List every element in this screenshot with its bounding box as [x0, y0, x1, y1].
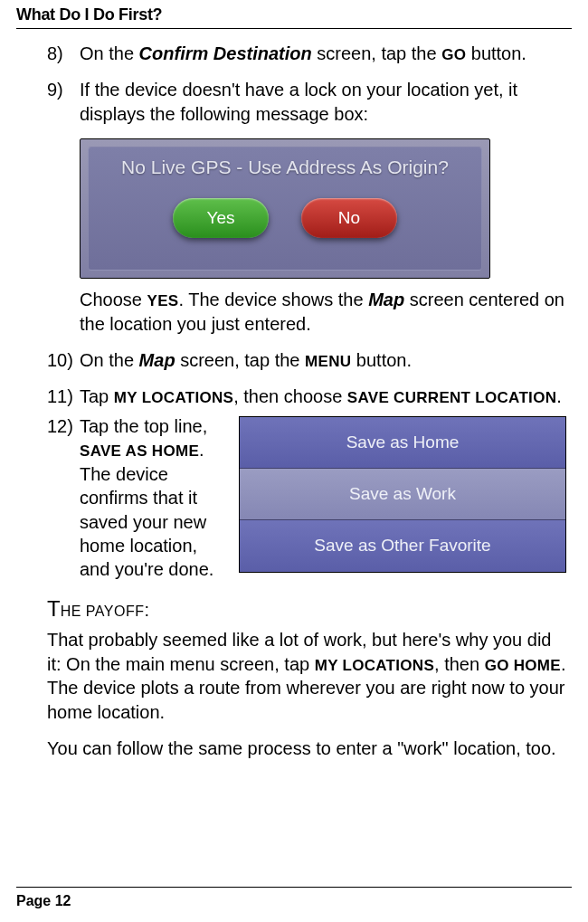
text: screen, tap the: [175, 350, 305, 370]
step-text: If the device doesn't have a lock on you…: [80, 78, 566, 126]
step-8: 8) On the Confirm Destination screen, ta…: [47, 42, 566, 65]
step-number: 10): [47, 348, 80, 372]
dialog-buttons: Yes No: [173, 198, 397, 238]
text: screen, tap the: [312, 43, 441, 63]
screen-name: Confirm Destination: [139, 43, 312, 63]
payoff-rest: HE PAYOFF: [61, 604, 145, 619]
step-number: 8): [47, 42, 80, 65]
button-label-go-home: GO HOME: [485, 657, 561, 674]
text: button.: [351, 350, 412, 370]
button-label-my-locations: MY LOCATIONS: [315, 657, 434, 674]
payoff-paragraph-2: You can follow the same process to enter…: [47, 737, 566, 760]
step-9-after: Choose YES. The device shows the Map scr…: [80, 288, 566, 336]
payoff-paragraph-1: That probably seemed like a lot of work,…: [47, 628, 566, 724]
gps-dialog: No Live GPS - Use Address As Origin? Yes…: [80, 138, 490, 279]
colon: :: [144, 600, 149, 620]
button-label-save-as-home: SAVE AS HOME: [80, 442, 199, 460]
dialog-title: No Live GPS - Use Address As Origin?: [121, 157, 449, 178]
button-label-go: GO: [441, 46, 466, 63]
save-menu-image: Save as Home Save as Work Save as Other …: [239, 416, 566, 573]
text: . The device shows the: [178, 290, 368, 309]
page-footer: Page 12: [16, 887, 572, 909]
no-button[interactable]: No: [301, 198, 397, 238]
button-label-save-current-location: SAVE CURRENT LOCATION: [347, 389, 556, 406]
yes-button[interactable]: Yes: [173, 198, 269, 238]
step-10: 10) On the Map screen, tap the MENU butt…: [47, 348, 566, 372]
button-label-menu: MENU: [305, 353, 351, 370]
save-as-other-row[interactable]: Save as Other Favorite: [240, 520, 565, 572]
text: Choose: [80, 290, 147, 309]
page-title: What Do I Do First?: [16, 0, 572, 29]
step-number: 12): [47, 414, 80, 582]
step-12-row: 12) Tap the top line, SAVE AS HOME. The …: [47, 414, 566, 582]
text: On the: [80, 350, 139, 370]
content-area: 8) On the Confirm Destination screen, ta…: [16, 42, 572, 760]
text: , then: [434, 654, 485, 674]
step-number: 11): [47, 385, 80, 408]
text: Tap the top line,: [80, 416, 207, 436]
page-number: Page 12: [16, 893, 71, 908]
save-as-work-row[interactable]: Save as Work: [240, 469, 565, 520]
step-12: 12) Tap the top line, SAVE AS HOME. The …: [47, 414, 239, 582]
screen-name-map: Map: [139, 350, 175, 370]
dialog-inner: No Live GPS - Use Address As Origin? Yes…: [88, 147, 482, 271]
payoff-heading: THE PAYOFF:: [47, 594, 566, 623]
save-as-home-row[interactable]: Save as Home: [240, 417, 565, 469]
text: .: [556, 386, 562, 406]
text: Tap: [80, 386, 114, 406]
step-11: 11) Tap MY LOCATIONS, then choose SAVE C…: [47, 385, 566, 408]
button-label-my-locations: MY LOCATIONS: [114, 389, 233, 406]
text: On the: [80, 43, 139, 63]
step-9: 9) If the device doesn't have a lock on …: [47, 78, 566, 126]
button-label-yes: YES: [147, 292, 179, 309]
text: button.: [466, 43, 526, 63]
text: , then choose: [233, 386, 347, 406]
text: . The device confirms that it saved your…: [80, 440, 213, 579]
payoff-firstcap: T: [47, 596, 61, 621]
screen-name-map: Map: [368, 290, 404, 309]
step-number: 9): [47, 78, 80, 126]
